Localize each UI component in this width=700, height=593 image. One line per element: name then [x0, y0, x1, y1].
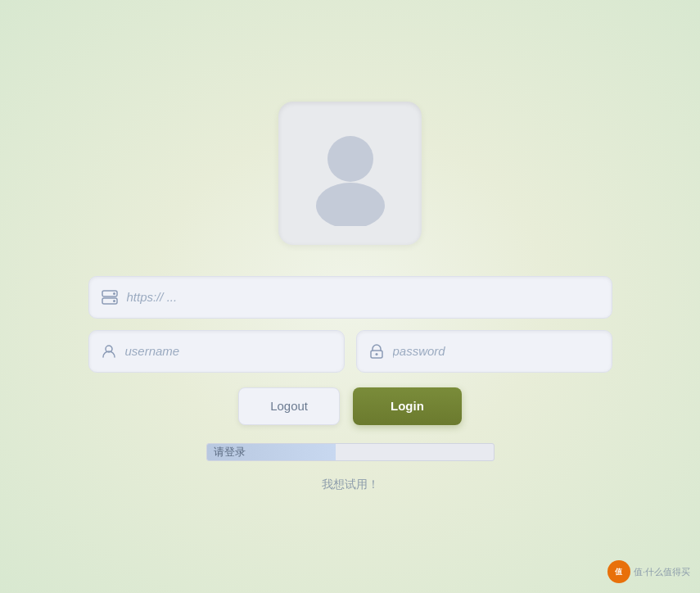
password-input-row: [356, 330, 612, 373]
url-field-wrapper: [88, 276, 612, 319]
svg-point-4: [113, 292, 115, 295]
svg-point-0: [327, 136, 373, 182]
watermark-text: 值·什么值得买: [634, 566, 690, 578]
watermark-badge: 值: [607, 560, 630, 583]
trial-text: 我想试用！: [322, 478, 379, 492]
avatar: [278, 102, 422, 245]
password-input[interactable]: [393, 344, 600, 358]
progress-bar: 请登录: [206, 443, 495, 461]
server-icon: [101, 288, 119, 306]
login-button[interactable]: Login: [353, 387, 462, 425]
watermark: 值 值·什么值得买: [607, 560, 690, 583]
url-input[interactable]: [127, 290, 600, 304]
user-icon: [101, 343, 117, 360]
svg-point-8: [375, 353, 377, 355]
url-input-row: [88, 276, 612, 319]
lock-icon: [368, 343, 385, 360]
username-input-row: [88, 330, 345, 373]
logout-button[interactable]: Logout: [238, 387, 340, 425]
username-input[interactable]: [125, 344, 332, 358]
progress-label: 请登录: [214, 445, 246, 459]
progress-wrapper: 请登录: [206, 443, 495, 461]
credentials-row: [88, 330, 612, 373]
svg-point-5: [113, 300, 115, 302]
button-row: Logout Login: [238, 387, 462, 425]
login-container: Logout Login 请登录 我想试用！: [88, 102, 612, 492]
svg-point-1: [316, 183, 385, 226]
